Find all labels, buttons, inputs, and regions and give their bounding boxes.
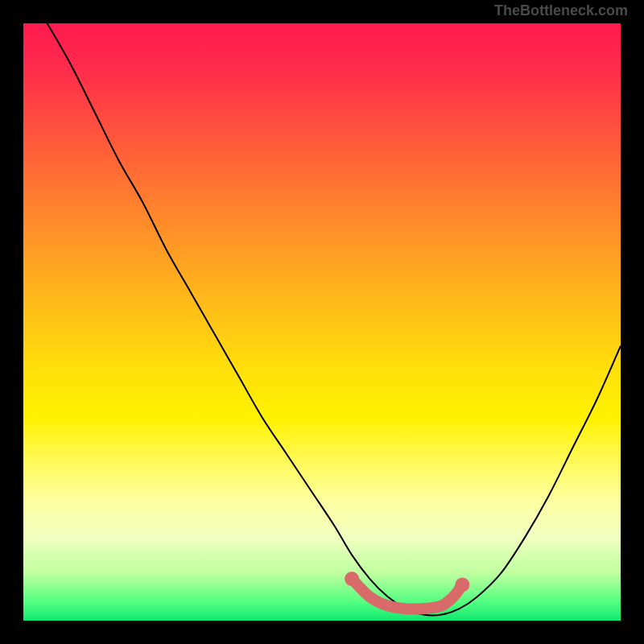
optimal-zone-end-dot: [455, 577, 469, 592]
plot-svg: [23, 23, 621, 621]
optimal-zone-start-dot: [345, 572, 359, 586]
watermark-text: TheBottleneck.com: [494, 2, 628, 19]
bottleneck-curve: [47, 23, 621, 616]
optimal-zone-marker: [352, 579, 462, 609]
plot-area: [23, 23, 621, 621]
chart-container: TheBottleneck.com: [0, 0, 644, 644]
